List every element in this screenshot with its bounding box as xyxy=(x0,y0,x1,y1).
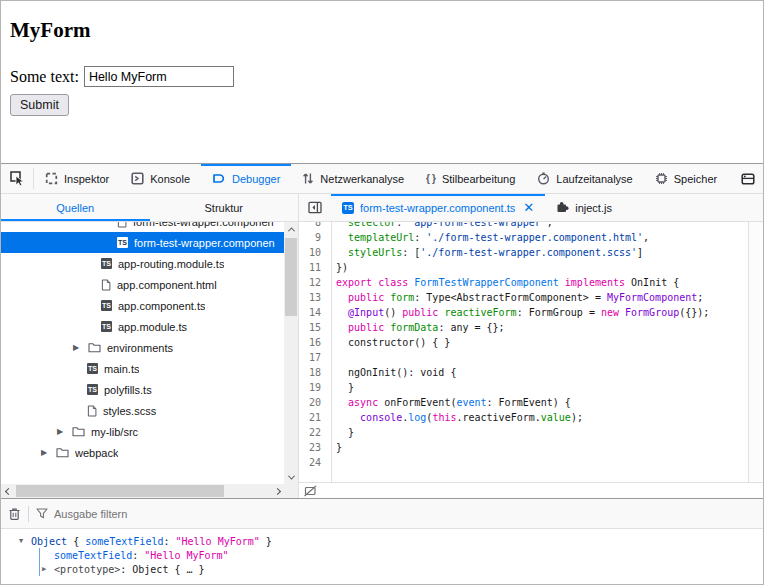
code-line-10[interactable]: 10 styleUrls: ['./form-test-wrapper.comp… xyxy=(299,245,748,260)
scrollbar-thumb[interactable] xyxy=(285,238,297,316)
sources-panel-tabs: Quellen Struktur xyxy=(1,194,298,222)
storage-icon xyxy=(741,172,755,186)
tab-struktur[interactable]: Struktur xyxy=(150,194,299,221)
line-number[interactable]: 14 xyxy=(299,305,331,320)
close-tab-icon[interactable]: ✕ xyxy=(523,201,534,214)
tree-item-form-test-wrapper.componen[interactable]: form-test-wrapper.componen xyxy=(1,222,284,232)
tab-speicher[interactable]: Speicher xyxy=(644,164,728,193)
line-number[interactable]: 16 xyxy=(299,335,331,350)
line-number[interactable]: 19 xyxy=(299,380,331,395)
line-number[interactable]: 11 xyxy=(299,260,331,275)
editor-scrollbar-track[interactable] xyxy=(748,222,763,482)
code-line-8[interactable]: 8 selector: 'app-form-test-wrapper', xyxy=(299,222,748,230)
tab-laufzeitanalyse[interactable]: Laufzeitanalyse xyxy=(526,164,643,193)
scroll-down-icon[interactable] xyxy=(284,470,298,484)
tab-form-test-wrapper-component-ts[interactable]: TS form-test-wrapper.component.ts ✕ xyxy=(331,194,545,221)
expand-arrow-icon[interactable]: ▶ xyxy=(73,343,82,352)
line-number[interactable]: 24 xyxy=(299,455,331,470)
expand-arrow-icon[interactable]: ▼ xyxy=(19,537,31,545)
tree-item-app.component.ts[interactable]: TSapp.component.ts xyxy=(1,295,284,316)
typescript-file-icon: TS xyxy=(87,384,98,395)
line-number[interactable]: 17 xyxy=(299,350,331,365)
code-line-9[interactable]: 9 templateUrl: './form-test-wrapper.comp… xyxy=(299,230,748,245)
blackbox-source-button[interactable] xyxy=(304,485,317,497)
clear-console-button[interactable] xyxy=(8,507,21,521)
code-line-12[interactable]: 12export class FormTestWrapperComponent … xyxy=(299,275,748,290)
code-line-24[interactable]: 24 xyxy=(299,455,748,470)
code-line-22[interactable]: 22 } xyxy=(299,425,748,440)
tree-item-app-routing.module.ts[interactable]: TSapp-routing.module.ts xyxy=(1,253,284,274)
scrollbar-thumb[interactable] xyxy=(16,485,224,497)
typescript-file-icon: TS xyxy=(101,300,112,311)
tree-item-app.component.html[interactable]: app.component.html xyxy=(1,274,284,295)
tab-inspektor[interactable]: Inspektor xyxy=(34,164,120,193)
scroll-right-icon[interactable] xyxy=(270,484,284,498)
tab-stilbearbeitung[interactable]: { } Stilbearbeitung xyxy=(415,164,526,193)
code-line-16[interactable]: 16 constructor() { } xyxy=(299,335,748,350)
console-filter-input[interactable] xyxy=(54,508,354,520)
network-icon xyxy=(302,172,314,185)
expand-arrow-icon[interactable]: ▶ xyxy=(57,427,66,436)
tab-quellen[interactable]: Quellen xyxy=(1,194,150,221)
tab-netzwerkanalyse[interactable]: Netzwerkanalyse xyxy=(291,164,415,193)
tree-item-polyfills.ts[interactable]: TSpolyfills.ts xyxy=(1,379,284,400)
console-log-row[interactable]: ▶<prototype>: Object { … } xyxy=(1,562,763,576)
code-line-13[interactable]: 13 public form: Type<AbstractFormCompone… xyxy=(299,290,748,305)
code-line-23[interactable]: 23} xyxy=(299,440,748,455)
code-line-20[interactable]: 20 async onFormEvent(event: FormEvent) { xyxy=(299,395,748,410)
line-number[interactable]: 18 xyxy=(299,365,331,380)
submit-button[interactable]: Submit xyxy=(10,94,69,116)
tree-item-app.module.ts[interactable]: TSapp.module.ts xyxy=(1,316,284,337)
code-line-18[interactable]: 18 ngOnInit(): void { xyxy=(299,365,748,380)
scroll-up-icon[interactable] xyxy=(284,222,298,236)
tree-item-environments[interactable]: ▶environments xyxy=(1,337,284,358)
tab-inject-js[interactable]: inject.js xyxy=(545,194,623,221)
tree-item-my-lib-src[interactable]: ▶my-lib/src xyxy=(1,421,284,442)
console-toolbar xyxy=(1,499,763,529)
code-line-17[interactable]: 17 xyxy=(299,350,748,365)
console-log-row[interactable]: ▼Object { someTextField: "Hello MyForm" … xyxy=(1,534,763,548)
line-number[interactable]: 15 xyxy=(299,320,331,335)
tree-item-main.ts[interactable]: TSmain.ts xyxy=(1,358,284,379)
line-number[interactable]: 20 xyxy=(299,395,331,410)
tree-item-webpack[interactable]: ▶webpack xyxy=(1,442,284,463)
folder-icon xyxy=(88,342,101,353)
tree-vertical-scrollbar[interactable] xyxy=(284,222,298,484)
code-text: }) xyxy=(331,260,348,275)
line-number[interactable]: 22 xyxy=(299,425,331,440)
code-line-11[interactable]: 11}) xyxy=(299,260,748,275)
debugger-icon xyxy=(212,172,226,185)
collapse-sources-panel-button[interactable] xyxy=(299,194,331,221)
some-text-input[interactable] xyxy=(84,66,234,87)
code-text xyxy=(331,350,336,365)
tree-item-styles.scss[interactable]: styles.scss xyxy=(1,400,284,421)
code-text: console.log(this.reactiveForm.value); xyxy=(331,410,583,425)
line-number[interactable]: 13 xyxy=(299,290,331,305)
code-line-15[interactable]: 15 public formData: any = {}; xyxy=(299,320,748,335)
line-number[interactable]: 10 xyxy=(299,245,331,260)
source-tree: form-test-wrapper.componenTSform-test-wr… xyxy=(1,222,284,484)
scroll-left-icon[interactable] xyxy=(1,484,15,498)
line-number[interactable]: 8 xyxy=(299,222,331,230)
tree-item-form-test-wrapper.componen[interactable]: TSform-test-wrapper.componen xyxy=(1,232,284,253)
line-number[interactable]: 9 xyxy=(299,230,331,245)
storage-panel-button[interactable] xyxy=(733,164,763,193)
expand-arrow-icon[interactable]: ▶ xyxy=(42,565,46,573)
code-scroll[interactable]: 8 selector: 'app-form-test-wrapper',9 te… xyxy=(299,222,748,482)
console-icon xyxy=(131,172,144,185)
tree-horizontal-scrollbar[interactable] xyxy=(1,484,284,498)
console-log-row[interactable]: someTextField: "Hello MyForm" xyxy=(1,548,763,562)
element-picker-icon xyxy=(10,171,25,186)
element-picker-button[interactable] xyxy=(1,164,33,193)
expand-arrow-icon[interactable]: ▶ xyxy=(41,448,50,457)
code-line-14[interactable]: 14 @Input() public reactiveForm: FormGro… xyxy=(299,305,748,320)
code-line-19[interactable]: 19 } xyxy=(299,380,748,395)
tab-debugger[interactable]: Debugger xyxy=(201,164,291,193)
tab-konsole[interactable]: Konsole xyxy=(120,164,201,193)
code-line-21[interactable]: 21 console.log(this.reactiveForm.value); xyxy=(299,410,748,425)
code-text: selector: 'app-form-test-wrapper', xyxy=(331,222,553,230)
line-number[interactable]: 23 xyxy=(299,440,331,455)
line-number[interactable]: 12 xyxy=(299,275,331,290)
line-number[interactable]: 21 xyxy=(299,410,331,425)
tree-item-label: polyfills.ts xyxy=(104,384,152,396)
